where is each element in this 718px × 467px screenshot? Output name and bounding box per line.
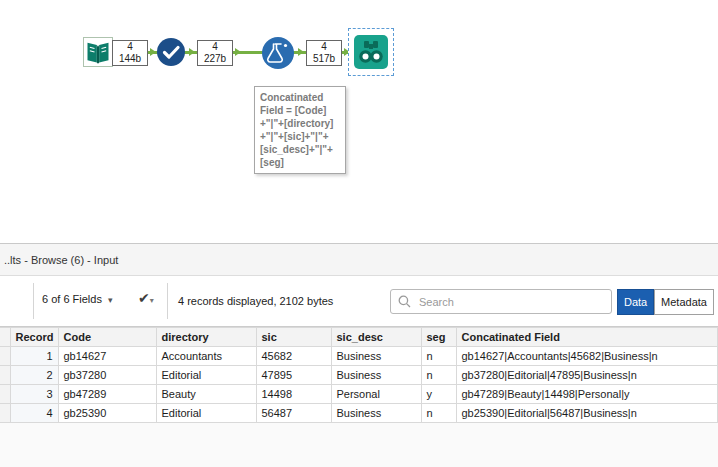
formula-annotation[interactable]: Concatinated Field = [Code] +"|"+[direct… (254, 86, 346, 174)
table-cell[interactable]: n (421, 347, 456, 366)
table-cell[interactable]: Editorial (156, 404, 256, 423)
binoculars-icon (354, 35, 388, 69)
records-info: 4 records displayed, 2102 bytes (178, 295, 333, 307)
table-row: 2gb37280Editorial47895Businessngb37280|E… (0, 366, 718, 385)
results-panel: ..lts - Browse (6) - Input 6 of 6 Fields… (0, 243, 718, 467)
browse-tool-selection[interactable] (348, 28, 394, 76)
table-cell[interactable]: n (421, 366, 456, 385)
table-cell[interactable]: Accountants (156, 347, 256, 366)
browse-tool[interactable] (354, 35, 388, 69)
search-input[interactable] (417, 295, 604, 309)
column-header-sic[interactable]: sic (256, 328, 331, 347)
connection-arrow-icon (189, 48, 195, 56)
connection-annotation[interactable]: 4 517b (306, 40, 342, 66)
row-selector[interactable] (0, 385, 10, 404)
data-size: 144b (113, 53, 147, 65)
table-cell[interactable]: gb47289 (58, 385, 156, 404)
row-selector[interactable] (0, 366, 10, 385)
checkmark-circle-icon (156, 37, 186, 67)
connection-annotation[interactable]: 4 227b (197, 40, 233, 66)
table-row: 4gb25390Editorial56487Businessngb25390|E… (0, 404, 718, 423)
table-cell[interactable]: 56487 (256, 404, 331, 423)
column-header-code[interactable]: Code (58, 328, 156, 347)
table-cell[interactable]: Business (331, 404, 421, 423)
table-cell[interactable]: gb37280 (58, 366, 156, 385)
table-row: 3gb47289Beauty14498Personalygb47289|Beau… (0, 385, 718, 404)
table-cell[interactable]: n (421, 404, 456, 423)
column-header-sic_desc[interactable]: sic_desc (331, 328, 421, 347)
connection-arrow-icon (298, 48, 304, 56)
table-cell[interactable]: Beauty (156, 385, 256, 404)
table-cell[interactable]: Business (331, 366, 421, 385)
book-icon (84, 38, 112, 66)
table-cell[interactable]: 14498 (256, 385, 331, 404)
record-count: 4 (113, 41, 147, 53)
data-size: 227b (198, 53, 232, 65)
fields-dropdown-label: 6 of 6 Fields (42, 293, 102, 305)
results-panel-title: ..lts - Browse (6) - Input (0, 244, 718, 276)
column-header-seg[interactable]: seg (421, 328, 456, 347)
column-header-concatinated-field[interactable]: Concatinated Field (456, 328, 718, 347)
chevron-down-icon: ▾ (150, 296, 154, 305)
input-data-tool[interactable] (83, 37, 113, 67)
table-cell[interactable]: Personal (331, 385, 421, 404)
table-cell[interactable]: Editorial (156, 366, 256, 385)
table-cell[interactable]: 2 (10, 366, 58, 385)
table-cell[interactable]: gb25390 (58, 404, 156, 423)
table-cell[interactable]: Business (331, 347, 421, 366)
table-cell[interactable]: gb25390|Editorial|56487|Business|n (456, 404, 718, 423)
select-tool[interactable] (156, 37, 186, 67)
table-cell[interactable]: 1 (10, 347, 58, 366)
table-cell[interactable]: 3 (10, 385, 58, 404)
table-row: 1gb14627Accountants45682Businessngb14627… (0, 347, 718, 366)
formula-tool[interactable] (261, 36, 295, 70)
metadata-tab-button[interactable]: Metadata (654, 289, 714, 315)
connection-arrow-icon (235, 48, 241, 56)
data-tab-button[interactable]: Data (617, 289, 654, 315)
results-table: RecordCodedirectorysicsic_descsegConcati… (0, 327, 718, 423)
check-icon: ✔ (138, 290, 150, 306)
fields-dropdown[interactable]: 6 of 6 Fields▾ (42, 293, 112, 305)
column-header-directory[interactable]: directory (156, 328, 256, 347)
search-box[interactable] (390, 289, 612, 314)
table-cell[interactable]: gb37280|Editorial|47895|Business|n (456, 366, 718, 385)
table-cell[interactable]: gb14627|Accountants|45682|Business|n (456, 347, 718, 366)
search-icon (398, 295, 411, 308)
connection-annotation[interactable]: 4 144b (112, 40, 148, 66)
record-count: 4 (307, 41, 341, 53)
flask-icon (261, 36, 295, 70)
workflow-canvas[interactable]: 4 144b 4 227b 4 517b (0, 0, 718, 243)
results-title-text: ..lts - Browse (6) - Input (4, 254, 118, 266)
toolbar-divider (167, 283, 168, 319)
table-header-row: RecordCodedirectorysicsic_descsegConcati… (0, 328, 718, 347)
alteryx-window: 4 144b 4 227b 4 517b (0, 0, 718, 467)
chevron-down-icon: ▾ (108, 295, 113, 305)
table-body: 1gb14627Accountants45682Businessngb14627… (0, 347, 718, 423)
table-cell[interactable]: 47895 (256, 366, 331, 385)
table-cell[interactable]: y (421, 385, 456, 404)
column-header-record[interactable]: Record (10, 328, 58, 347)
record-count: 4 (198, 41, 232, 53)
table-cell[interactable]: gb14627 (58, 347, 156, 366)
table-cell[interactable]: 45682 (256, 347, 331, 366)
table-cell[interactable]: 4 (10, 404, 58, 423)
table-corner-cell[interactable] (0, 328, 10, 347)
apply-button[interactable]: ✔▾ (138, 290, 154, 306)
results-toolbar: 6 of 6 Fields▾ ✔▾ 4 records displayed, 2… (0, 276, 718, 327)
toolbar-divider (33, 283, 34, 319)
row-selector[interactable] (0, 404, 10, 423)
row-selector[interactable] (0, 347, 10, 366)
data-size: 517b (307, 53, 341, 65)
table-cell[interactable]: gb47289|Beauty|14498|Personal|y (456, 385, 718, 404)
